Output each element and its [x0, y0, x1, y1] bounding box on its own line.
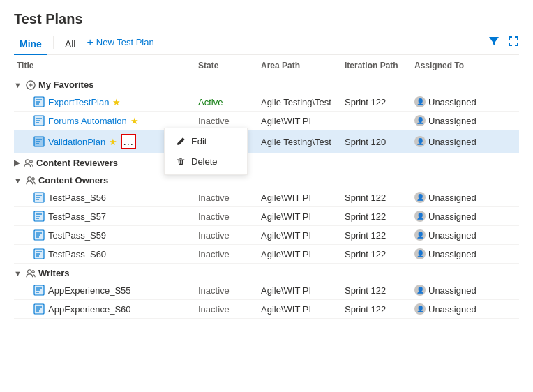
plan-name[interactable]: AppExperience_S55 — [48, 285, 131, 296]
svg-point-20 — [28, 176, 31, 180]
group-members-icon — [26, 176, 36, 186]
assigned-to-cell: 👤 Unassigned — [412, 229, 509, 241]
user-icon: 👤 — [414, 229, 426, 241]
toolbar-right — [488, 36, 519, 50]
plan-name[interactable]: Forums Automation — [48, 116, 127, 126]
state-cell: Inactive — [195, 285, 258, 296]
plan-name[interactable]: AppExperience_S60 — [48, 304, 131, 315]
state-cell: Inactive — [195, 230, 258, 241]
user-icon: 👤 — [414, 115, 426, 126]
assigned-name: Unassigned — [428, 193, 476, 203]
user-icon: 👤 — [414, 96, 426, 107]
assigned-name: Unassigned — [428, 285, 476, 296]
group-writers: ▼ Writers — [14, 264, 519, 281]
new-test-plan-button[interactable]: + New Test Plan — [87, 37, 153, 48]
plan-icon — [33, 211, 45, 222]
plan-name[interactable]: TestPass_S59 — [48, 230, 106, 241]
area-path-cell: Agile Testing\Test — [258, 97, 342, 107]
assigned-to-cell: 👤 Unassigned — [412, 248, 509, 259]
context-menu-delete[interactable]: Delete — [165, 151, 247, 172]
user-icon: 👤 — [414, 211, 426, 222]
title-cell: AppExperience_S60 — [14, 303, 195, 315]
filter-icon[interactable] — [488, 36, 500, 50]
state-cell: Inactive — [195, 193, 258, 203]
area-path-cell: Agile\WIT PI — [258, 193, 342, 203]
plan-icon — [33, 248, 45, 259]
edit-icon — [176, 137, 186, 146]
assigned-name: Unassigned — [428, 249, 476, 259]
state-cell: Inactive — [195, 304, 258, 315]
area-path-cell: Agile\WIT PI — [258, 230, 342, 241]
toolbar: Mine All + New Test Plan — [14, 34, 519, 55]
iteration-path-cell: Sprint 122 — [342, 304, 412, 315]
group-members-icon — [24, 158, 33, 168]
star-icon[interactable]: ★ — [109, 137, 117, 147]
svg-point-42 — [28, 269, 31, 273]
chevron-down-icon[interactable]: ▼ — [14, 176, 22, 185]
chevron-right-icon[interactable]: ▶ — [14, 158, 20, 167]
col-state: State — [195, 61, 258, 70]
table-row: TestPass_S56 Inactive Agile\WIT PI Sprin… — [14, 188, 519, 207]
assigned-to-cell: 👤 Unassigned — [412, 115, 509, 126]
context-menu-edit[interactable]: Edit — [165, 131, 247, 151]
new-plan-label: New Test Plan — [96, 37, 154, 47]
group-my-favorites: ▼ My Favorites — [14, 75, 519, 93]
title-cell: ExportTestPlan ★ — [14, 96, 195, 107]
iteration-path-cell: Sprint 122 — [342, 249, 412, 259]
expand-icon[interactable] — [508, 36, 519, 50]
more-options-button[interactable]: … — [121, 134, 136, 149]
table-header: Title State Area Path Iteration Path Ass… — [14, 55, 519, 75]
page-title: Test Plans — [14, 11, 519, 27]
plan-name[interactable]: TestPass_S57 — [48, 211, 106, 222]
delete-label: Delete — [191, 156, 218, 167]
assigned-to-cell: 👤 Unassigned — [412, 96, 509, 107]
table-row: TestPass_S60 Inactive Agile\WIT PI Sprin… — [14, 245, 519, 264]
area-path-cell: Agile\WIT PI — [258, 249, 342, 259]
group-label-content-reviewers: Content Reviewers — [36, 158, 118, 168]
area-path-cell: Agile Testing\Test — [258, 137, 342, 147]
title-cell: TestPass_S59 — [14, 229, 195, 241]
tab-mine[interactable]: Mine — [14, 34, 47, 55]
svg-point-18 — [26, 159, 29, 163]
assigned-name: Unassigned — [428, 211, 476, 222]
edit-label: Edit — [191, 136, 207, 146]
group-label-my-favorites: My Favorites — [38, 80, 93, 90]
plan-icon — [33, 285, 45, 296]
plan-icon — [33, 192, 45, 203]
iteration-path-cell: Sprint 122 — [342, 193, 412, 203]
iteration-path-cell: Sprint 120 — [342, 137, 412, 147]
assigned-to-cell: 👤 Unassigned — [412, 192, 509, 203]
table-row: ValidationPlan ★ … Active Agile Testing\… — [14, 130, 519, 153]
chevron-down-icon[interactable]: ▼ — [14, 269, 22, 278]
tab-all[interactable]: All — [59, 34, 82, 55]
user-icon: 👤 — [414, 248, 426, 259]
col-title: Title — [14, 61, 195, 70]
context-menu: Edit Delete — [164, 128, 248, 175]
chevron-down-icon[interactable]: ▼ — [14, 81, 22, 89]
group-content-owners: ▼ Content Owners — [14, 171, 519, 188]
plan-name[interactable]: TestPass_S56 — [48, 193, 106, 203]
user-icon: 👤 — [414, 136, 426, 147]
svg-point-21 — [32, 177, 35, 180]
plan-name[interactable]: TestPass_S60 — [48, 249, 106, 259]
table-row: Forums Automation ★ Inactive Agile\WIT P… — [14, 112, 519, 130]
title-cell: TestPass_S60 — [14, 248, 195, 259]
user-icon: 👤 — [414, 192, 426, 203]
iteration-path-cell: Sprint 122 — [342, 97, 412, 107]
svg-point-43 — [32, 270, 35, 273]
iteration-path-cell: Sprint 122 — [342, 285, 412, 296]
col-area-path: Area Path — [258, 61, 342, 70]
assigned-name: Unassigned — [428, 116, 476, 126]
star-icon[interactable]: ★ — [130, 116, 139, 126]
plan-icon — [33, 229, 45, 241]
tab-divider — [53, 36, 54, 49]
iteration-path-cell: Sprint 122 — [342, 230, 412, 241]
assigned-to-cell: 👤 Unassigned — [412, 136, 509, 147]
state-cell: Inactive — [195, 116, 258, 126]
plan-name[interactable]: ExportTestPlan — [48, 97, 109, 107]
state-cell: Active — [195, 97, 258, 107]
plan-name[interactable]: ValidationPlan — [48, 137, 105, 147]
assigned-name: Unassigned — [428, 137, 476, 147]
star-icon[interactable]: ★ — [112, 97, 121, 107]
table-row: AppExperience_S60 Inactive Agile\WIT PI … — [14, 300, 519, 319]
